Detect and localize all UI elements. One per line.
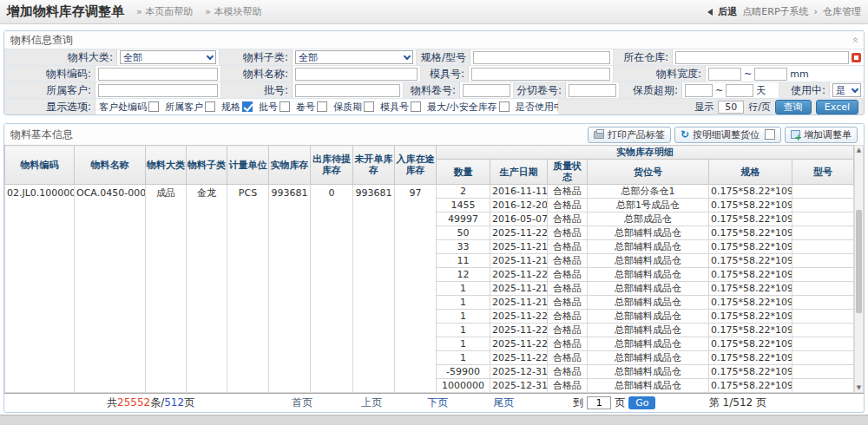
- scrollbar-thumb[interactable]: [856, 210, 862, 313]
- width-min-input[interactable]: [708, 68, 741, 81]
- query-button[interactable]: 查询: [775, 100, 812, 114]
- vertical-scrollbar[interactable]: ▲ ▼: [854, 145, 864, 393]
- customer-label: 所属客户:: [4, 82, 95, 98]
- spec-model-input[interactable]: [473, 51, 610, 64]
- detail-cell: 33: [437, 240, 490, 254]
- page-help-link[interactable]: » 本页面帮助: [136, 5, 193, 18]
- detail-cell: 合格品: [548, 212, 588, 226]
- query-row-1: 物料大类: 全部 物料子类: 全部 规格/型号 所在仓库:: [4, 49, 864, 65]
- detail-cell: 2025-11-21: [490, 296, 548, 310]
- module-help-link[interactable]: » 本模块帮助: [205, 5, 261, 18]
- detail-cell: 合格品: [548, 296, 588, 310]
- display-option-checkbox-0[interactable]: [148, 101, 159, 112]
- breadcrumb-module[interactable]: 仓库管理: [823, 5, 861, 18]
- first-page-link[interactable]: 首页: [292, 396, 312, 410]
- material-name-input[interactable]: [295, 68, 418, 81]
- page-title: 增加物料库存调整单: [7, 3, 124, 20]
- in-use-select[interactable]: 是: [832, 83, 861, 97]
- batch-input[interactable]: [295, 84, 400, 97]
- query-panel-title: 物料信息查询: [10, 33, 73, 48]
- detail-cell: 2016-11-11: [490, 185, 548, 199]
- display-option-checkbox-7[interactable]: [499, 101, 510, 112]
- material-subcategory-select[interactable]: 全部: [295, 50, 413, 64]
- detail-cell: 2025-11-22: [490, 324, 548, 337]
- display-option-label: 保质期: [333, 101, 362, 114]
- customer-input[interactable]: [98, 84, 218, 97]
- roll-no-label: 物料卷号:: [404, 82, 460, 98]
- detail-cell: 1000000: [437, 379, 490, 393]
- prev-page-link[interactable]: 上页: [361, 396, 382, 410]
- detail-column-header: 规格: [709, 160, 792, 185]
- table-body: 02.JL0.1000006OCA.0450-0002-A成品金龙PCS9936…: [5, 185, 854, 393]
- breadcrumb-system[interactable]: 点晴ERP子系统: [742, 5, 808, 18]
- expiry-min-input[interactable]: [685, 84, 713, 97]
- detail-cell: 2025-11-22: [490, 351, 548, 365]
- detail-cell: [792, 365, 854, 379]
- width-unit: mm: [790, 69, 808, 80]
- detail-cell: 总部辅料成品仓: [588, 351, 709, 365]
- column-header: 物料大类: [146, 146, 187, 185]
- detail-cell: 合格品: [548, 337, 588, 351]
- display-option-checkbox-1[interactable]: [205, 101, 215, 112]
- material-cell: 993681: [269, 185, 311, 393]
- material-code-input[interactable]: [98, 68, 218, 81]
- detail-cell: 2025-11-21: [490, 240, 548, 254]
- back-arrow-icon: [707, 9, 713, 16]
- detail-cell: 0.175*58.22*109.78: [709, 254, 792, 268]
- results-panel: 物料基本信息 打印产品标签 ↻ 按明细调整货位 增加调整单: [3, 123, 865, 413]
- material-cell: 97: [395, 185, 437, 393]
- detail-group-header: 实物库存明细: [437, 146, 854, 160]
- width-max-input[interactable]: [754, 68, 787, 81]
- print-label-button[interactable]: 打印产品标签: [588, 127, 671, 143]
- back-button[interactable]: 后退: [718, 5, 737, 18]
- display-option-checkbox-4[interactable]: [317, 101, 327, 112]
- scroll-up-icon[interactable]: ▲: [855, 146, 863, 154]
- display-option-label: 最大/小安全库存: [427, 101, 497, 114]
- warehouse-picker-icon[interactable]: [852, 53, 861, 62]
- app-page: 增加物料库存调整单 » 本页面帮助 » 本模块帮助 后退 点晴ERP子系统 › …: [0, 0, 868, 415]
- expiry-unit: 天: [756, 84, 766, 97]
- add-adjustment-button[interactable]: 增加调整单: [785, 127, 858, 143]
- scroll-down-icon[interactable]: ▼: [855, 383, 863, 392]
- detail-cell: 总部辅料成品仓: [588, 324, 709, 337]
- page-size-area: 显示 行/页 查询 Excel: [558, 99, 864, 114]
- detail-cell: 12: [437, 268, 490, 282]
- display-option-checkbox-3[interactable]: [279, 101, 290, 112]
- display-option-label: 模具号: [380, 101, 409, 114]
- detail-cell: 0.175*58.22*109.78: [709, 351, 792, 365]
- detail-cell: 0.175*58.22*109.78: [709, 379, 792, 393]
- detail-cell: 0.175*58.22*109.78: [709, 226, 792, 240]
- go-button[interactable]: Go: [628, 396, 655, 409]
- last-page-link[interactable]: 尾页: [493, 396, 514, 410]
- results-table-wrap: 物料编码物料名称物料大类物料子类计量单位实物库存出库待提库存未开单库存入库在途库…: [4, 145, 864, 393]
- table-header: 物料编码物料名称物料大类物料子类计量单位实物库存出库待提库存未开单库存入库在途库…: [5, 146, 854, 185]
- collapse-panel-icon[interactable]: »: [850, 36, 858, 42]
- detail-cell: 2025-12-31: [490, 365, 548, 379]
- next-page-link[interactable]: 下页: [427, 396, 448, 410]
- detail-cell: 49997: [437, 212, 490, 226]
- adjust-by-detail-button[interactable]: ↻ 按明细调整货位: [674, 127, 781, 143]
- page-indicator: 第 1/512 页: [709, 396, 766, 410]
- display-option-checkbox-2[interactable]: [242, 101, 253, 112]
- display-option-checkbox-6[interactable]: [411, 101, 421, 112]
- excel-button[interactable]: Excel: [816, 100, 858, 114]
- spec-model-label: 规格/型号: [417, 49, 470, 65]
- detail-cell: [792, 282, 854, 296]
- adjust-by-detail-checkbox[interactable]: [765, 129, 775, 140]
- page-size-input[interactable]: [718, 101, 744, 114]
- slit-roll-no-input[interactable]: [569, 84, 616, 97]
- chevron-down-icon: [852, 85, 858, 92]
- display-option-checkbox-5[interactable]: [364, 101, 374, 112]
- mold-no-input[interactable]: [471, 68, 610, 81]
- detail-cell: [792, 240, 854, 254]
- material-category-select[interactable]: 全部: [120, 50, 216, 64]
- detail-row[interactable]: 02.JL0.1000006OCA.0450-0002-A成品金龙PCS9936…: [5, 185, 854, 199]
- warehouse-input[interactable]: [675, 51, 849, 64]
- column-header: 物料编码: [5, 146, 75, 185]
- material-cell: PCS: [227, 185, 269, 393]
- roll-no-input[interactable]: [463, 84, 510, 97]
- detail-cell: 合格品: [548, 324, 588, 337]
- expiry-max-input[interactable]: [726, 84, 753, 97]
- record-count: 共25552条/512页: [107, 396, 194, 410]
- goto-page-input[interactable]: [587, 396, 611, 409]
